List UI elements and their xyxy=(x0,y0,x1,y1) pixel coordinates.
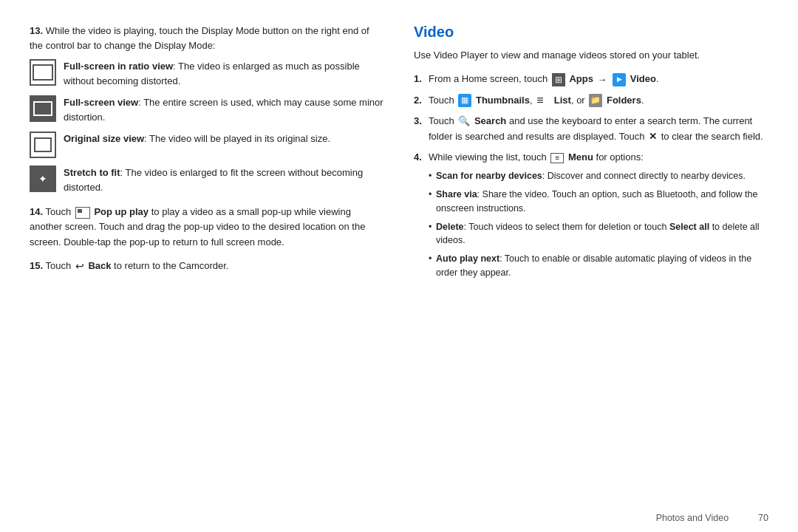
video-title: Video xyxy=(414,24,768,41)
video-step-3: 3. Touch 🔍 Search and use the keyboard t… xyxy=(414,114,768,144)
scan-text: : Discover and connect directly to nearb… xyxy=(542,171,746,181)
folders-icon xyxy=(589,94,602,107)
video-app-icon xyxy=(613,73,626,86)
page-footer: Photos and Video 70 xyxy=(0,510,798,532)
step-3-clear: to clear the search field. xyxy=(661,131,763,142)
option-autoplay: Auto play next: Touch to enable or disab… xyxy=(429,252,768,280)
step-1-pre: From a Home screen, touch xyxy=(429,73,548,84)
comma2: , or xyxy=(571,95,587,106)
mode-original-row: Original size view: The video will be pl… xyxy=(30,132,384,158)
clear-icon: ✕ xyxy=(649,129,657,144)
share-label: Share via xyxy=(436,189,477,200)
apps-grid-icon xyxy=(552,73,565,86)
popup-play-icon xyxy=(75,207,90,219)
step-13-number: 13. xyxy=(30,25,43,36)
search-icon: 🔍 xyxy=(458,114,470,129)
original-view-text: Original size view: The video will be pl… xyxy=(64,132,330,146)
list-label: List xyxy=(554,95,571,106)
thumbnails-icon xyxy=(458,94,471,107)
video-steps-list: 1. From a Home screen, touch Apps → Vide… xyxy=(414,72,768,284)
ratio-view-icon xyxy=(30,59,56,86)
fullscreen-view-text: Full-screen view: The entire screen is u… xyxy=(64,95,384,124)
step-2-num: 2. xyxy=(414,93,426,108)
step-4-post: for options: xyxy=(596,151,644,163)
video-intro: Use Video Player to view and manage vide… xyxy=(414,48,768,63)
step-1-content: From a Home screen, touch Apps → Video. xyxy=(429,72,768,87)
step-1-num: 1. xyxy=(414,72,426,87)
option-delete: Delete: Touch videos to select them for … xyxy=(429,220,768,248)
footer-label: Photos and Video xyxy=(656,513,729,523)
ratio-view-label: Full-screen in ratio view xyxy=(64,61,173,72)
original-view-desc: : The video will be played in its origin… xyxy=(144,133,330,144)
select-all-label: Select all xyxy=(669,222,709,232)
stretch-view-text: Stretch to fit: The video is enlarged to… xyxy=(64,166,384,194)
folders-label: Folders xyxy=(607,95,641,106)
step-15-number: 15. xyxy=(30,260,43,271)
comma1: , xyxy=(530,95,533,106)
step-15-pre: Touch xyxy=(45,260,73,271)
delete-label: Delete xyxy=(436,222,464,232)
step-2-content: Touch Thumbnails, List, or Folders. xyxy=(429,93,768,108)
mode-ratio-row: Full-screen in ratio view: The video is … xyxy=(30,59,384,88)
thumbnails-label: Thumbnails xyxy=(476,95,530,106)
footer-page: 70 xyxy=(758,513,768,523)
step-4-num: 4. xyxy=(414,150,426,284)
step-3-pre: Touch xyxy=(429,115,454,126)
step-3-content: Touch 🔍 Search and use the keyboard to e… xyxy=(429,114,768,144)
step-14-pre: Touch xyxy=(45,206,73,217)
video-label: Video xyxy=(630,73,656,84)
step-13-block: 13. While the video is playing, touch th… xyxy=(30,24,384,194)
menu-icon xyxy=(550,153,564,163)
autoplay-label: Auto play next xyxy=(436,253,499,264)
menu-label: Menu xyxy=(568,151,593,163)
mode-fullscreen-row: Full-screen view: The entire screen is u… xyxy=(30,95,384,124)
step-1-period: . xyxy=(656,73,659,84)
right-column: Video Use Video Player to view and manag… xyxy=(414,24,768,495)
step-2-period: . xyxy=(641,95,644,106)
step-15-text: 15. Touch ↩ Back to return to the Camcor… xyxy=(30,259,384,275)
step-3-num: 3. xyxy=(414,114,426,144)
options-list: Scan for nearby devices: Discover and co… xyxy=(429,169,768,279)
fullscreen-view-label: Full-screen view xyxy=(64,97,138,108)
search-label: Search xyxy=(474,115,506,126)
option-scan: Scan for nearby devices: Discover and co… xyxy=(429,169,768,183)
step-4-content: While viewing the list, touch Menu for o… xyxy=(429,150,768,284)
mode-stretch-row: Stretch to fit: The video is enlarged to… xyxy=(30,166,384,194)
scan-label: Scan for nearby devices xyxy=(436,171,542,181)
stretch-view-label: Stretch to fit xyxy=(64,167,120,178)
step-13-text: While the video is playing, touch the Di… xyxy=(30,25,369,51)
step-2-pre: Touch xyxy=(429,95,454,106)
original-view-label: Original size view xyxy=(64,133,144,144)
back-label: Back xyxy=(88,260,111,271)
original-view-icon xyxy=(30,132,56,158)
video-step-4: 4. While viewing the list, touch Menu fo… xyxy=(414,150,768,284)
popup-play-label: Pop up play xyxy=(94,206,149,217)
share-text: : Share the video. Touch an option, such… xyxy=(436,189,757,214)
step-4-pre: While viewing the list, touch xyxy=(429,151,547,163)
arrow-icon: → xyxy=(598,72,607,87)
list-icon xyxy=(536,94,550,107)
left-column: 13. While the video is playing, touch th… xyxy=(30,24,384,495)
step-14-number: 14. xyxy=(30,206,43,217)
back-icon: ↩ xyxy=(75,259,84,275)
stretch-view-icon xyxy=(30,166,56,192)
apps-label: Apps xyxy=(569,73,593,84)
fullscreen-view-icon xyxy=(30,95,56,122)
option-share: Share via: Share the video. Touch an opt… xyxy=(429,188,768,216)
step-14-text: 14. Touch Pop up play to play a video as… xyxy=(30,205,384,249)
ratio-view-text: Full-screen in ratio view: The video is … xyxy=(64,59,384,88)
step-13-intro: 13. While the video is playing, touch th… xyxy=(30,24,384,53)
video-step-2: 2. Touch Thumbnails, List, or Folders. xyxy=(414,93,768,108)
video-step-1: 1. From a Home screen, touch Apps → Vide… xyxy=(414,72,768,87)
step-15-post: to return to the Camcorder. xyxy=(114,260,228,271)
delete-text: : Touch videos to select them for deleti… xyxy=(464,222,667,232)
